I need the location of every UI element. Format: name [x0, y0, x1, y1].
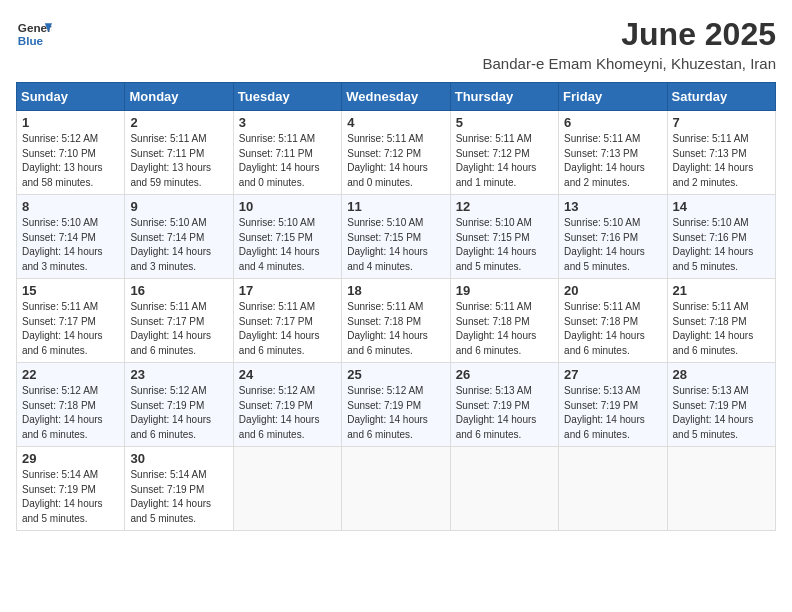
- day-info: Sunrise: 5:11 AMSunset: 7:12 PMDaylight:…: [456, 132, 553, 190]
- day-number: 14: [673, 199, 770, 214]
- calendar-cell: [342, 447, 450, 531]
- day-info: Sunrise: 5:11 AMSunset: 7:18 PMDaylight:…: [347, 300, 444, 358]
- weekday-header-thursday: Thursday: [450, 83, 558, 111]
- day-number: 1: [22, 115, 119, 130]
- day-info: Sunrise: 5:11 AMSunset: 7:18 PMDaylight:…: [456, 300, 553, 358]
- day-info: Sunrise: 5:10 AMSunset: 7:14 PMDaylight:…: [22, 216, 119, 274]
- day-number: 10: [239, 199, 336, 214]
- day-number: 2: [130, 115, 227, 130]
- day-info: Sunrise: 5:11 AMSunset: 7:18 PMDaylight:…: [673, 300, 770, 358]
- day-info: Sunrise: 5:13 AMSunset: 7:19 PMDaylight:…: [456, 384, 553, 442]
- calendar-cell: 24Sunrise: 5:12 AMSunset: 7:19 PMDayligh…: [233, 363, 341, 447]
- calendar-cell: 3Sunrise: 5:11 AMSunset: 7:11 PMDaylight…: [233, 111, 341, 195]
- day-info: Sunrise: 5:14 AMSunset: 7:19 PMDaylight:…: [22, 468, 119, 526]
- svg-text:Blue: Blue: [18, 34, 44, 47]
- weekday-header-sunday: Sunday: [17, 83, 125, 111]
- calendar-week-2: 8Sunrise: 5:10 AMSunset: 7:14 PMDaylight…: [17, 195, 776, 279]
- calendar-cell: 14Sunrise: 5:10 AMSunset: 7:16 PMDayligh…: [667, 195, 775, 279]
- calendar-week-4: 22Sunrise: 5:12 AMSunset: 7:18 PMDayligh…: [17, 363, 776, 447]
- calendar-cell: [233, 447, 341, 531]
- day-number: 19: [456, 283, 553, 298]
- day-info: Sunrise: 5:11 AMSunset: 7:17 PMDaylight:…: [22, 300, 119, 358]
- calendar-cell: 8Sunrise: 5:10 AMSunset: 7:14 PMDaylight…: [17, 195, 125, 279]
- day-number: 25: [347, 367, 444, 382]
- day-info: Sunrise: 5:10 AMSunset: 7:16 PMDaylight:…: [673, 216, 770, 274]
- day-number: 5: [456, 115, 553, 130]
- day-number: 28: [673, 367, 770, 382]
- day-number: 15: [22, 283, 119, 298]
- day-number: 20: [564, 283, 661, 298]
- month-title: June 2025: [483, 16, 776, 53]
- day-info: Sunrise: 5:11 AMSunset: 7:17 PMDaylight:…: [239, 300, 336, 358]
- day-number: 9: [130, 199, 227, 214]
- day-info: Sunrise: 5:12 AMSunset: 7:18 PMDaylight:…: [22, 384, 119, 442]
- day-number: 7: [673, 115, 770, 130]
- calendar-cell: 30Sunrise: 5:14 AMSunset: 7:19 PMDayligh…: [125, 447, 233, 531]
- calendar-cell: 11Sunrise: 5:10 AMSunset: 7:15 PMDayligh…: [342, 195, 450, 279]
- day-info: Sunrise: 5:12 AMSunset: 7:19 PMDaylight:…: [130, 384, 227, 442]
- calendar-cell: 19Sunrise: 5:11 AMSunset: 7:18 PMDayligh…: [450, 279, 558, 363]
- day-number: 3: [239, 115, 336, 130]
- day-info: Sunrise: 5:11 AMSunset: 7:12 PMDaylight:…: [347, 132, 444, 190]
- calendar-cell: 26Sunrise: 5:13 AMSunset: 7:19 PMDayligh…: [450, 363, 558, 447]
- calendar-header-row: SundayMondayTuesdayWednesdayThursdayFrid…: [17, 83, 776, 111]
- day-number: 29: [22, 451, 119, 466]
- day-number: 30: [130, 451, 227, 466]
- day-info: Sunrise: 5:10 AMSunset: 7:16 PMDaylight:…: [564, 216, 661, 274]
- day-number: 12: [456, 199, 553, 214]
- day-info: Sunrise: 5:13 AMSunset: 7:19 PMDaylight:…: [564, 384, 661, 442]
- day-info: Sunrise: 5:11 AMSunset: 7:17 PMDaylight:…: [130, 300, 227, 358]
- day-info: Sunrise: 5:10 AMSunset: 7:14 PMDaylight:…: [130, 216, 227, 274]
- calendar-cell: 12Sunrise: 5:10 AMSunset: 7:15 PMDayligh…: [450, 195, 558, 279]
- calendar-cell: 2Sunrise: 5:11 AMSunset: 7:11 PMDaylight…: [125, 111, 233, 195]
- day-number: 6: [564, 115, 661, 130]
- calendar-cell: 16Sunrise: 5:11 AMSunset: 7:17 PMDayligh…: [125, 279, 233, 363]
- day-number: 4: [347, 115, 444, 130]
- calendar-cell: 9Sunrise: 5:10 AMSunset: 7:14 PMDaylight…: [125, 195, 233, 279]
- calendar-cell: [450, 447, 558, 531]
- calendar-cell: 4Sunrise: 5:11 AMSunset: 7:12 PMDaylight…: [342, 111, 450, 195]
- day-info: Sunrise: 5:11 AMSunset: 7:11 PMDaylight:…: [239, 132, 336, 190]
- calendar-cell: 13Sunrise: 5:10 AMSunset: 7:16 PMDayligh…: [559, 195, 667, 279]
- day-number: 22: [22, 367, 119, 382]
- weekday-header-monday: Monday: [125, 83, 233, 111]
- location-title: Bandar-e Emam Khomeyni, Khuzestan, Iran: [483, 55, 776, 72]
- logo: General Blue: [16, 16, 52, 52]
- title-area: June 2025 Bandar-e Emam Khomeyni, Khuzes…: [483, 16, 776, 72]
- day-number: 8: [22, 199, 119, 214]
- day-number: 17: [239, 283, 336, 298]
- day-number: 13: [564, 199, 661, 214]
- day-info: Sunrise: 5:12 AMSunset: 7:19 PMDaylight:…: [239, 384, 336, 442]
- calendar-week-3: 15Sunrise: 5:11 AMSunset: 7:17 PMDayligh…: [17, 279, 776, 363]
- day-number: 24: [239, 367, 336, 382]
- calendar-cell: 23Sunrise: 5:12 AMSunset: 7:19 PMDayligh…: [125, 363, 233, 447]
- calendar-cell: 7Sunrise: 5:11 AMSunset: 7:13 PMDaylight…: [667, 111, 775, 195]
- logo-icon: General Blue: [16, 16, 52, 52]
- calendar-cell: 15Sunrise: 5:11 AMSunset: 7:17 PMDayligh…: [17, 279, 125, 363]
- day-number: 11: [347, 199, 444, 214]
- day-number: 21: [673, 283, 770, 298]
- day-number: 18: [347, 283, 444, 298]
- day-info: Sunrise: 5:10 AMSunset: 7:15 PMDaylight:…: [456, 216, 553, 274]
- weekday-header-saturday: Saturday: [667, 83, 775, 111]
- calendar-cell: 28Sunrise: 5:13 AMSunset: 7:19 PMDayligh…: [667, 363, 775, 447]
- day-info: Sunrise: 5:11 AMSunset: 7:13 PMDaylight:…: [564, 132, 661, 190]
- calendar-cell: 17Sunrise: 5:11 AMSunset: 7:17 PMDayligh…: [233, 279, 341, 363]
- weekday-header-wednesday: Wednesday: [342, 83, 450, 111]
- day-number: 27: [564, 367, 661, 382]
- calendar-cell: 20Sunrise: 5:11 AMSunset: 7:18 PMDayligh…: [559, 279, 667, 363]
- calendar-cell: [559, 447, 667, 531]
- calendar-cell: 29Sunrise: 5:14 AMSunset: 7:19 PMDayligh…: [17, 447, 125, 531]
- day-info: Sunrise: 5:13 AMSunset: 7:19 PMDaylight:…: [673, 384, 770, 442]
- calendar-cell: 21Sunrise: 5:11 AMSunset: 7:18 PMDayligh…: [667, 279, 775, 363]
- day-info: Sunrise: 5:12 AMSunset: 7:19 PMDaylight:…: [347, 384, 444, 442]
- day-info: Sunrise: 5:11 AMSunset: 7:11 PMDaylight:…: [130, 132, 227, 190]
- weekday-header-friday: Friday: [559, 83, 667, 111]
- day-info: Sunrise: 5:14 AMSunset: 7:19 PMDaylight:…: [130, 468, 227, 526]
- day-info: Sunrise: 5:10 AMSunset: 7:15 PMDaylight:…: [239, 216, 336, 274]
- calendar-cell: 22Sunrise: 5:12 AMSunset: 7:18 PMDayligh…: [17, 363, 125, 447]
- calendar-cell: 25Sunrise: 5:12 AMSunset: 7:19 PMDayligh…: [342, 363, 450, 447]
- calendar-week-5: 29Sunrise: 5:14 AMSunset: 7:19 PMDayligh…: [17, 447, 776, 531]
- day-info: Sunrise: 5:12 AMSunset: 7:10 PMDaylight:…: [22, 132, 119, 190]
- calendar-cell: 27Sunrise: 5:13 AMSunset: 7:19 PMDayligh…: [559, 363, 667, 447]
